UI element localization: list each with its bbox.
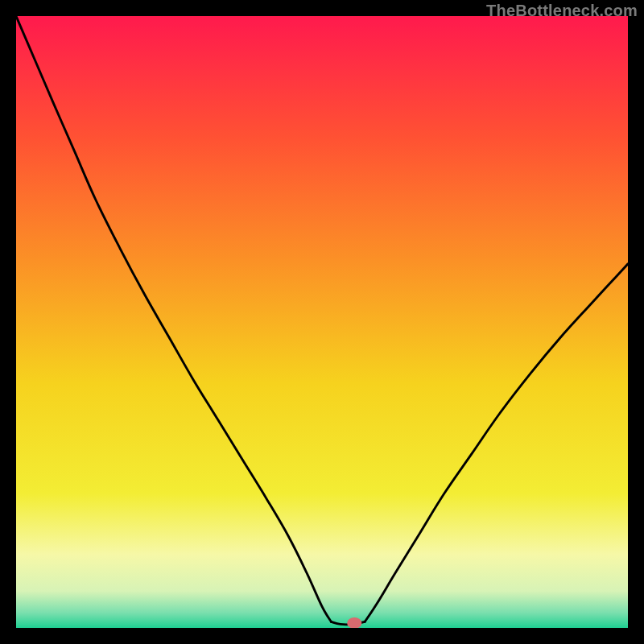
gradient-background	[16, 16, 628, 628]
plot-area	[16, 16, 628, 628]
watermark-label: TheBottleneck.com	[486, 2, 638, 20]
chart-frame: TheBottleneck.com	[0, 0, 644, 644]
